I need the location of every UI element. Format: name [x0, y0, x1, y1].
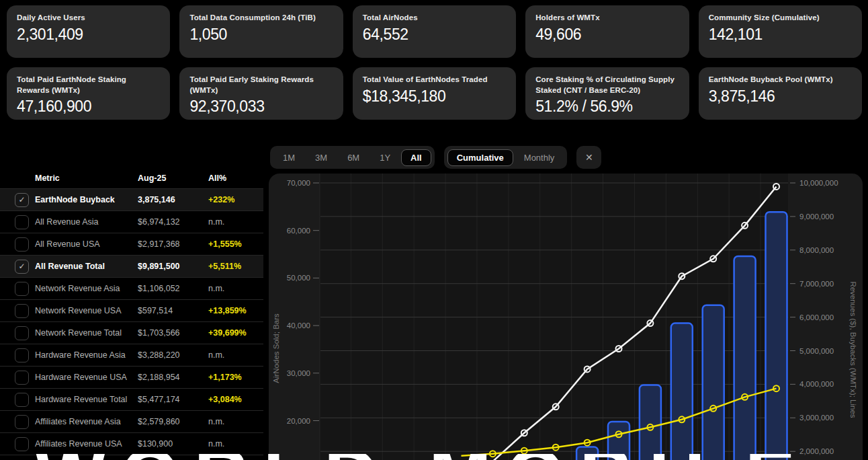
row-value: $5,477,174: [138, 395, 180, 404]
row-checkbox[interactable]: [15, 237, 29, 252]
stat-card-label: Total Paid Early Staking Rewards (WMTx): [189, 75, 333, 95]
row-value: $1,106,052: [138, 284, 180, 293]
row-value: $130,900: [138, 439, 173, 449]
range-selector: 1M3M6M1YAll: [270, 146, 435, 169]
stats-row-2: Total Paid EarthNode Staking Rewards (WM…: [7, 67, 862, 120]
row-checkbox[interactable]: [15, 326, 29, 340]
right-axis-title: Revenues ($), Buybacks (WMTx); Lines: [849, 281, 857, 418]
combo-chart: 10,000,0009,000,0008,000,0007,000,0006,0…: [269, 174, 863, 460]
chart-controls: 1M3M6M1YAll CumulativeMonthly ✕: [270, 146, 601, 169]
left-axis-title: AirNodes Sold; Bars: [272, 313, 280, 383]
row-metric-label: Affiliates Revenue USA: [35, 439, 122, 449]
stat-card-value: 64,552: [363, 26, 506, 44]
table-row[interactable]: Hardware Revenue Total$5,477,174+3,084%: [0, 389, 263, 411]
table-row[interactable]: Network Revenue Total$1,703,566+39,699%: [0, 322, 263, 344]
row-checkbox[interactable]: [15, 415, 29, 429]
row-all-pct: +39,699%: [208, 328, 247, 338]
range-option-all[interactable]: All: [401, 149, 431, 166]
header-all-pct: All%: [208, 174, 226, 183]
mode-option-monthly[interactable]: Monthly: [515, 149, 564, 166]
stat-card-label: Total AirNodes: [363, 13, 506, 24]
row-all-pct: n.m.: [208, 284, 224, 293]
stat-card-value: 47,160,900: [17, 98, 160, 116]
range-option-3m[interactable]: 3M: [306, 149, 337, 166]
row-metric-label: EarthNode Buyback: [35, 195, 115, 204]
right-tick-label: 7,000,000: [799, 280, 834, 288]
right-tick-label: 6,000,000: [799, 313, 834, 321]
bar-airnodes-sold: [703, 305, 724, 460]
stat-card: Total Paid Early Staking Rewards (WMTx)9…: [179, 67, 343, 120]
stat-card: Total Data Consumption 24h (TiB)1,050: [179, 5, 343, 58]
row-all-pct: +1,173%: [208, 373, 242, 382]
table-row[interactable]: Network Revenue Asia$1,106,052n.m.: [0, 278, 263, 300]
stat-card-label: Community Size (Cumulative): [709, 13, 852, 24]
row-metric-label: Hardware Revenue Total: [35, 395, 127, 404]
stat-card-label: Daily Active Users: [17, 13, 160, 24]
right-tick-label: 8,000,000: [799, 246, 834, 254]
row-checkbox[interactable]: [15, 282, 29, 296]
row-metric-label: Network Revenue Asia: [35, 284, 120, 293]
row-all-pct: n.m.: [208, 417, 224, 426]
row-checkbox[interactable]: [15, 393, 29, 407]
mode-option-cumulative[interactable]: Cumulative: [447, 149, 513, 166]
row-value: 3,875,146: [138, 195, 175, 204]
stat-card-value: 51.2% / 56.9%: [535, 98, 679, 116]
chart-panel: 10,000,0009,000,0008,000,0007,000,0006,0…: [269, 174, 863, 460]
row-metric-label: Affiliates Revenue Asia: [35, 417, 121, 426]
row-value: $3,288,220: [138, 350, 180, 360]
table-row[interactable]: Hardware Revenue USA$2,188,954+1,173%: [0, 367, 263, 389]
stat-card-label: Total Value of EarthNodes Traded: [363, 75, 506, 85]
stat-card: Daily Active Users2,301,409: [7, 5, 170, 58]
row-checkbox[interactable]: [15, 437, 29, 451]
row-value: $6,974,132: [138, 217, 180, 227]
row-all-pct: n.m.: [208, 217, 224, 227]
row-checkbox[interactable]: [15, 348, 29, 362]
header-metric: Metric: [35, 174, 60, 183]
table-row[interactable]: All Revenue USA$2,917,368+1,555%: [0, 233, 263, 256]
bar-airnodes-sold: [640, 385, 661, 460]
right-tick-label: 4,000,000: [799, 380, 834, 388]
row-value: $1,703,566: [138, 328, 180, 338]
row-value: $2,917,368: [138, 239, 180, 249]
stat-card: EarthNode Buyback Pool (WMTx)3,875,146: [699, 67, 862, 120]
stat-card-label: Core Staking % of Circulating Supply Sta…: [535, 75, 679, 95]
table-row[interactable]: Hardware Revenue Asia$3,288,220n.m.: [0, 344, 263, 367]
row-checkbox[interactable]: [15, 371, 29, 385]
row-checkbox[interactable]: ✓: [15, 193, 29, 207]
right-tick-label: 5,000,000: [799, 347, 834, 355]
row-metric-label: Network Revenue USA: [35, 306, 122, 315]
stat-card-value: $18,345,180: [363, 87, 506, 106]
table-row[interactable]: Affiliates Revenue Asia$2,579,860n.m.: [0, 411, 263, 433]
row-metric-label: All Revenue USA: [35, 239, 100, 249]
table-row[interactable]: Network Revenue USA$597,514+13,859%: [0, 300, 263, 322]
table-row[interactable]: ✓All Revenue Total$9,891,500+5,511%: [0, 256, 263, 278]
close-chart-button[interactable]: ✕: [576, 146, 601, 169]
stat-card: Total Value of EarthNodes Traded$18,345,…: [353, 67, 516, 120]
table-row[interactable]: All Revenue Asia$6,974,132n.m.: [0, 211, 263, 233]
range-option-1y[interactable]: 1Y: [370, 149, 400, 166]
range-option-6m[interactable]: 6M: [338, 149, 369, 166]
row-metric-label: Hardware Revenue USA: [35, 373, 127, 382]
row-all-pct: n.m.: [208, 439, 224, 449]
dashboard-page: Daily Active Users2,301,409Total Data Co…: [0, 0, 868, 460]
stat-card-label: Total Data Consumption 24h (TiB): [189, 13, 333, 24]
row-all-pct: n.m.: [208, 350, 224, 360]
row-checkbox[interactable]: [15, 215, 29, 229]
row-checkbox[interactable]: ✓: [15, 260, 29, 274]
left-tick-label: 30,000: [287, 369, 310, 377]
table-row[interactable]: Affiliates Revenue USA$130,900n.m.: [0, 433, 263, 455]
stats-row-1: Daily Active Users2,301,409Total Data Co…: [7, 5, 862, 58]
row-checkbox[interactable]: [15, 304, 29, 318]
marquee-text: WORLD MOBILE: [35, 454, 868, 460]
stat-card: Total AirNodes64,552: [353, 5, 516, 58]
row-all-pct: +1,555%: [208, 239, 242, 249]
row-all-pct: +3,084%: [208, 395, 242, 404]
table-body: ✓EarthNode Buyback3,875,146+232%All Reve…: [0, 189, 263, 455]
left-tick-label: 40,000: [287, 321, 310, 330]
stat-card-value: 49,606: [535, 26, 679, 44]
left-tick-label: 70,000: [287, 179, 310, 187]
stat-card-label: Holders of WMTx: [535, 13, 679, 24]
range-option-1m[interactable]: 1M: [273, 149, 304, 166]
header-period: Aug-25: [138, 174, 166, 183]
table-row[interactable]: ✓EarthNode Buyback3,875,146+232%: [0, 189, 263, 211]
